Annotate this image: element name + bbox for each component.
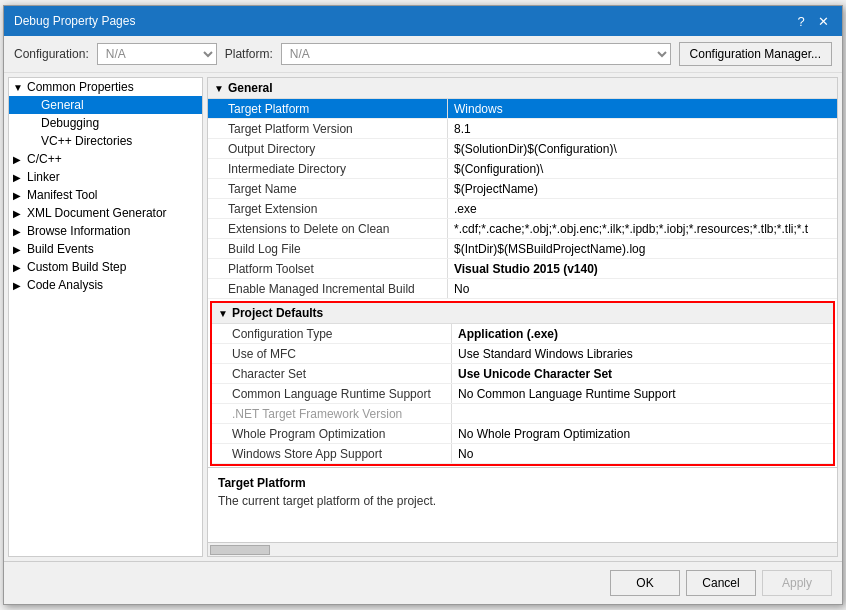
prop-name: Target Extension: [208, 199, 448, 218]
project-defaults-label: Project Defaults: [232, 306, 323, 320]
prop-row-build-log-file[interactable]: Build Log File $(IntDir)$(MSBuildProject…: [208, 239, 837, 259]
prop-value: Application (.exe): [452, 324, 833, 343]
tree-label: General: [41, 98, 84, 112]
prop-name: .NET Target Framework Version: [212, 404, 452, 423]
prop-value: $(Configuration)\: [448, 159, 837, 178]
config-select[interactable]: N/A: [97, 43, 217, 65]
prop-row-intermediate-directory[interactable]: Intermediate Directory $(Configuration)\: [208, 159, 837, 179]
prop-name: Common Language Runtime Support: [212, 384, 452, 403]
prop-row-whole-program[interactable]: Whole Program Optimization No Whole Prog…: [212, 424, 833, 444]
title-bar-buttons: ? ✕: [792, 12, 832, 30]
prop-row-target-platform-version[interactable]: Target Platform Version 8.1: [208, 119, 837, 139]
description-title: Target Platform: [218, 476, 827, 490]
tree-item-vc-directories[interactable]: VC++ Directories: [9, 132, 202, 150]
prop-value: No: [452, 444, 833, 463]
prop-name: Character Set: [212, 364, 452, 383]
prop-row-character-set[interactable]: Character Set Use Unicode Character Set: [212, 364, 833, 384]
right-panel: ▼ General Target Platform Windows Target…: [207, 77, 838, 557]
tree-item-browse-information[interactable]: ▶ Browse Information: [9, 222, 202, 240]
arrow-icon: ▶: [13, 154, 27, 165]
platform-label: Platform:: [225, 47, 273, 61]
tree-item-build-events[interactable]: ▶ Build Events: [9, 240, 202, 258]
tree-item-xml-document-generator[interactable]: ▶ XML Document Generator: [9, 204, 202, 222]
prop-value: Visual Studio 2015 (v140): [448, 259, 837, 278]
prop-row-output-directory[interactable]: Output Directory $(SolutionDir)$(Configu…: [208, 139, 837, 159]
prop-name: Whole Program Optimization: [212, 424, 452, 443]
prop-row-extensions-delete[interactable]: Extensions to Delete on Clean *.cdf;*.ca…: [208, 219, 837, 239]
prop-row-net-target[interactable]: .NET Target Framework Version: [212, 404, 833, 424]
prop-row-use-of-mfc[interactable]: Use of MFC Use Standard Windows Librarie…: [212, 344, 833, 364]
prop-value: No Common Language Runtime Support: [452, 384, 833, 403]
horizontal-scrollbar[interactable]: [208, 542, 837, 556]
tree-item-common-properties[interactable]: ▼ Common Properties: [9, 78, 202, 96]
left-panel: ▼ Common Properties General Debugging VC…: [8, 77, 203, 557]
arrow-icon: [13, 100, 27, 111]
apply-button[interactable]: Apply: [762, 570, 832, 596]
arrow-icon: ▼: [13, 82, 27, 93]
tree-item-c-cpp[interactable]: ▶ C/C++: [9, 150, 202, 168]
prop-row-windows-store[interactable]: Windows Store App Support No: [212, 444, 833, 464]
prop-name: Extensions to Delete on Clean: [208, 219, 448, 238]
description-panel: Target Platform The current target platf…: [208, 467, 837, 542]
tree-label: Code Analysis: [27, 278, 103, 292]
prop-name: Intermediate Directory: [208, 159, 448, 178]
prop-row-config-type[interactable]: Configuration Type Application (.exe): [212, 324, 833, 344]
prop-name: Enable Managed Incremental Build: [208, 279, 448, 298]
config-label: Configuration:: [14, 47, 89, 61]
prop-name: Target Platform Version: [208, 119, 448, 138]
tree-label: Browse Information: [27, 224, 130, 238]
tree-label: C/C++: [27, 152, 62, 166]
tree-label: Build Events: [27, 242, 94, 256]
tree-label: XML Document Generator: [27, 206, 167, 220]
prop-row-target-platform[interactable]: Target Platform Windows: [208, 99, 837, 119]
prop-value: Use Unicode Character Set: [452, 364, 833, 383]
general-section-header: ▼ General: [208, 78, 837, 99]
platform-select[interactable]: N/A: [281, 43, 671, 65]
prop-name: Target Name: [208, 179, 448, 198]
prop-value: [452, 404, 833, 423]
tree-item-custom-build-step[interactable]: ▶ Custom Build Step: [9, 258, 202, 276]
arrow-icon: ▶: [13, 244, 27, 255]
prop-row-target-name[interactable]: Target Name $(ProjectName): [208, 179, 837, 199]
cancel-button[interactable]: Cancel: [686, 570, 756, 596]
tree-item-linker[interactable]: ▶ Linker: [9, 168, 202, 186]
prop-row-enable-managed[interactable]: Enable Managed Incremental Build No: [208, 279, 837, 299]
main-content: ▼ Common Properties General Debugging VC…: [4, 73, 842, 561]
section-arrow-icon: ▼: [214, 83, 224, 94]
prop-value: $(ProjectName): [448, 179, 837, 198]
title-bar: Debug Property Pages ? ✕: [4, 6, 842, 36]
close-button[interactable]: ✕: [814, 12, 832, 30]
tree-item-debugging[interactable]: Debugging: [9, 114, 202, 132]
tree-label: VC++ Directories: [41, 134, 132, 148]
prop-row-target-extension[interactable]: Target Extension .exe: [208, 199, 837, 219]
prop-value: $(IntDir)$(MSBuildProjectName).log: [448, 239, 837, 258]
prop-value: .exe: [448, 199, 837, 218]
prop-row-clr-support[interactable]: Common Language Runtime Support No Commo…: [212, 384, 833, 404]
tree-label: Manifest Tool: [27, 188, 97, 202]
prop-row-platform-toolset[interactable]: Platform Toolset Visual Studio 2015 (v14…: [208, 259, 837, 279]
prop-name: Target Platform: [208, 99, 448, 118]
section-arrow-icon: ▼: [218, 308, 228, 319]
arrow-icon: ▶: [13, 280, 27, 291]
tree-item-code-analysis[interactable]: ▶ Code Analysis: [9, 276, 202, 294]
ok-button[interactable]: OK: [610, 570, 680, 596]
prop-value: Use Standard Windows Libraries: [452, 344, 833, 363]
tree-item-manifest-tool[interactable]: ▶ Manifest Tool: [9, 186, 202, 204]
scroll-thumb[interactable]: [210, 545, 270, 555]
arrow-icon: [13, 136, 27, 147]
prop-value: 8.1: [448, 119, 837, 138]
red-box-container: ▼ Project Defaults Configuration Type Ap…: [210, 301, 835, 466]
description-text: The current target platform of the proje…: [218, 494, 827, 508]
prop-name: Windows Store App Support: [212, 444, 452, 463]
config-row: Configuration: N/A Platform: N/A Configu…: [4, 36, 842, 73]
prop-name: Platform Toolset: [208, 259, 448, 278]
help-button[interactable]: ?: [792, 12, 810, 30]
prop-value: Windows: [448, 99, 837, 118]
project-defaults-section-header: ▼ Project Defaults: [212, 303, 833, 324]
prop-name: Output Directory: [208, 139, 448, 158]
property-grid: ▼ General Target Platform Windows Target…: [208, 78, 837, 467]
prop-value: No: [448, 279, 837, 298]
configuration-manager-button[interactable]: Configuration Manager...: [679, 42, 832, 66]
tree-item-general[interactable]: General: [9, 96, 202, 114]
prop-value: *.cdf;*.cache;*.obj;*.obj.enc;*.ilk;*.ip…: [448, 219, 837, 238]
